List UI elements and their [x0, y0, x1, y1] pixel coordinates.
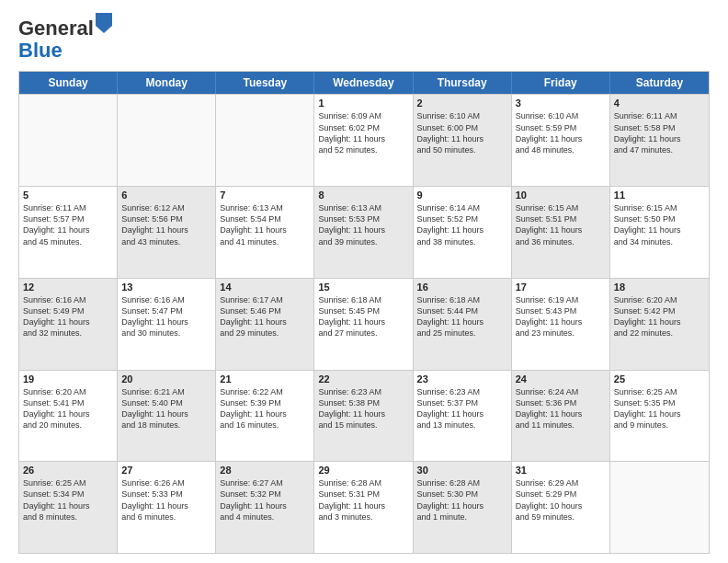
weekday-header: Thursday	[414, 72, 512, 94]
calendar-cell: 25Sunrise: 6:25 AM Sunset: 5:35 PM Dayli…	[610, 371, 709, 462]
calendar-cell: 14Sunrise: 6:17 AM Sunset: 5:46 PM Dayli…	[216, 279, 314, 370]
day-info: Sunrise: 6:26 AM Sunset: 5:33 PM Dayligh…	[121, 477, 211, 523]
day-info: Sunrise: 6:20 AM Sunset: 5:42 PM Dayligh…	[614, 294, 705, 339]
day-info: Sunrise: 6:23 AM Sunset: 5:37 PM Dayligh…	[417, 386, 507, 431]
day-info: Sunrise: 6:18 AM Sunset: 5:45 PM Dayligh…	[318, 294, 408, 339]
calendar-week-row: 26Sunrise: 6:25 AM Sunset: 5:34 PM Dayli…	[19, 461, 709, 553]
calendar-week-row: 12Sunrise: 6:16 AM Sunset: 5:49 PM Dayli…	[19, 278, 709, 370]
weekday-header: Tuesday	[216, 72, 314, 94]
day-number: 15	[318, 282, 408, 293]
logo-icon	[96, 13, 112, 33]
weekday-header: Friday	[512, 72, 610, 94]
day-number: 12	[23, 282, 113, 293]
day-info: Sunrise: 6:20 AM Sunset: 5:41 PM Dayligh…	[23, 386, 113, 431]
day-number: 28	[220, 465, 310, 476]
day-number: 14	[220, 282, 310, 293]
day-info: Sunrise: 6:15 AM Sunset: 5:51 PM Dayligh…	[516, 202, 606, 247]
calendar-cell	[19, 95, 118, 186]
calendar-body: 1Sunrise: 6:09 AM Sunset: 6:02 PM Daylig…	[19, 94, 709, 553]
weekday-header: Saturday	[610, 72, 709, 94]
day-info: Sunrise: 6:11 AM Sunset: 5:58 PM Dayligh…	[614, 110, 705, 155]
day-number: 19	[23, 373, 113, 385]
calendar-cell: 9Sunrise: 6:14 AM Sunset: 5:52 PM Daylig…	[414, 187, 512, 278]
calendar-cell: 30Sunrise: 6:28 AM Sunset: 5:30 PM Dayli…	[414, 462, 512, 553]
day-info: Sunrise: 6:25 AM Sunset: 5:34 PM Dayligh…	[23, 477, 113, 523]
weekday-header: Monday	[118, 72, 216, 94]
calendar-week-row: 1Sunrise: 6:09 AM Sunset: 6:02 PM Daylig…	[19, 94, 709, 186]
calendar-cell: 10Sunrise: 6:15 AM Sunset: 5:51 PM Dayli…	[512, 187, 610, 278]
page: General Blue SundayMondayTuesdayWednesda…	[0, 0, 728, 563]
weekday-header: Wednesday	[314, 72, 413, 94]
calendar-cell	[216, 95, 314, 186]
day-info: Sunrise: 6:23 AM Sunset: 5:38 PM Dayligh…	[318, 386, 408, 431]
calendar-cell: 16Sunrise: 6:18 AM Sunset: 5:44 PM Dayli…	[414, 279, 512, 370]
calendar: SundayMondayTuesdayWednesdayThursdayFrid…	[18, 71, 710, 554]
day-number: 10	[516, 190, 606, 201]
day-info: Sunrise: 6:24 AM Sunset: 5:36 PM Dayligh…	[516, 386, 606, 431]
day-info: Sunrise: 6:12 AM Sunset: 5:56 PM Dayligh…	[121, 202, 211, 247]
day-info: Sunrise: 6:22 AM Sunset: 5:39 PM Dayligh…	[220, 386, 310, 431]
calendar-cell: 27Sunrise: 6:26 AM Sunset: 5:33 PM Dayli…	[118, 462, 216, 553]
day-info: Sunrise: 6:18 AM Sunset: 5:44 PM Dayligh…	[417, 294, 507, 339]
calendar-week-row: 5Sunrise: 6:11 AM Sunset: 5:57 PM Daylig…	[19, 186, 709, 278]
day-info: Sunrise: 6:21 AM Sunset: 5:40 PM Dayligh…	[121, 386, 211, 431]
calendar-cell: 2Sunrise: 6:10 AM Sunset: 6:00 PM Daylig…	[414, 95, 512, 186]
calendar-cell: 29Sunrise: 6:28 AM Sunset: 5:31 PM Dayli…	[314, 462, 413, 553]
day-number: 11	[614, 190, 705, 201]
day-info: Sunrise: 6:16 AM Sunset: 5:49 PM Dayligh…	[23, 294, 113, 339]
day-info: Sunrise: 6:10 AM Sunset: 6:00 PM Dayligh…	[417, 110, 507, 155]
day-number: 22	[318, 373, 408, 385]
header: General Blue	[18, 15, 710, 62]
calendar-cell: 1Sunrise: 6:09 AM Sunset: 6:02 PM Daylig…	[314, 95, 413, 186]
calendar-cell: 11Sunrise: 6:15 AM Sunset: 5:50 PM Dayli…	[610, 187, 709, 278]
calendar-cell: 17Sunrise: 6:19 AM Sunset: 5:43 PM Dayli…	[512, 279, 610, 370]
day-info: Sunrise: 6:19 AM Sunset: 5:43 PM Dayligh…	[516, 294, 606, 339]
day-info: Sunrise: 6:13 AM Sunset: 5:54 PM Dayligh…	[220, 202, 310, 247]
calendar-cell: 24Sunrise: 6:24 AM Sunset: 5:36 PM Dayli…	[512, 371, 610, 462]
day-info: Sunrise: 6:25 AM Sunset: 5:35 PM Dayligh…	[614, 386, 705, 431]
day-number: 8	[318, 190, 408, 201]
day-info: Sunrise: 6:27 AM Sunset: 5:32 PM Dayligh…	[220, 477, 310, 523]
day-number: 30	[417, 465, 507, 476]
day-number: 17	[516, 282, 606, 293]
calendar-cell: 12Sunrise: 6:16 AM Sunset: 5:49 PM Dayli…	[19, 279, 118, 370]
day-number: 25	[614, 373, 705, 385]
calendar-cell: 5Sunrise: 6:11 AM Sunset: 5:57 PM Daylig…	[19, 187, 118, 278]
calendar-cell: 20Sunrise: 6:21 AM Sunset: 5:40 PM Dayli…	[118, 371, 216, 462]
day-info: Sunrise: 6:28 AM Sunset: 5:31 PM Dayligh…	[318, 477, 408, 523]
calendar-cell	[610, 462, 709, 553]
calendar-cell: 18Sunrise: 6:20 AM Sunset: 5:42 PM Dayli…	[610, 279, 709, 370]
day-number: 2	[417, 98, 507, 109]
calendar-cell: 19Sunrise: 6:20 AM Sunset: 5:41 PM Dayli…	[19, 371, 118, 462]
calendar-cell: 7Sunrise: 6:13 AM Sunset: 5:54 PM Daylig…	[216, 187, 314, 278]
day-number: 24	[516, 373, 606, 385]
day-number: 29	[318, 465, 408, 476]
day-number: 5	[23, 190, 113, 201]
day-number: 4	[614, 98, 705, 109]
calendar-cell: 22Sunrise: 6:23 AM Sunset: 5:38 PM Dayli…	[314, 371, 413, 462]
day-info: Sunrise: 6:11 AM Sunset: 5:57 PM Dayligh…	[23, 202, 113, 247]
calendar-cell: 8Sunrise: 6:13 AM Sunset: 5:53 PM Daylig…	[314, 187, 413, 278]
calendar-cell: 15Sunrise: 6:18 AM Sunset: 5:45 PM Dayli…	[314, 279, 413, 370]
calendar-cell	[118, 95, 216, 186]
day-info: Sunrise: 6:28 AM Sunset: 5:30 PM Dayligh…	[417, 477, 507, 523]
day-number: 3	[516, 98, 606, 109]
calendar-cell: 26Sunrise: 6:25 AM Sunset: 5:34 PM Dayli…	[19, 462, 118, 553]
calendar-cell: 28Sunrise: 6:27 AM Sunset: 5:32 PM Dayli…	[216, 462, 314, 553]
day-number: 6	[121, 190, 211, 201]
day-info: Sunrise: 6:09 AM Sunset: 6:02 PM Dayligh…	[318, 110, 408, 155]
calendar-cell: 13Sunrise: 6:16 AM Sunset: 5:47 PM Dayli…	[118, 279, 216, 370]
day-number: 18	[614, 282, 705, 293]
day-number: 16	[417, 282, 507, 293]
logo-general: General	[18, 17, 94, 40]
calendar-header: SundayMondayTuesdayWednesdayThursdayFrid…	[19, 72, 709, 94]
logo: General Blue	[18, 15, 112, 62]
day-number: 9	[417, 190, 507, 201]
svg-marker-0	[96, 13, 112, 33]
day-number: 21	[220, 373, 310, 385]
day-number: 13	[121, 282, 211, 293]
day-info: Sunrise: 6:17 AM Sunset: 5:46 PM Dayligh…	[220, 294, 310, 339]
calendar-week-row: 19Sunrise: 6:20 AM Sunset: 5:41 PM Dayli…	[19, 370, 709, 462]
logo-blue: Blue	[18, 39, 63, 62]
day-number: 26	[23, 465, 113, 476]
